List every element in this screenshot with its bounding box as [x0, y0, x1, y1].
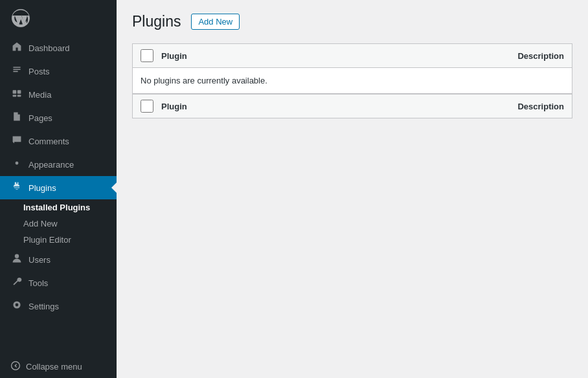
add-new-button[interactable]: Add New: [191, 14, 240, 30]
posts-icon: [10, 65, 23, 78]
sidebar-item-dashboard[interactable]: Dashboard: [0, 36, 117, 60]
sidebar-item-label: Plugins: [28, 183, 56, 193]
collapse-menu-label: Collapse menu: [26, 362, 82, 372]
table-header-row: Plugin Description: [133, 44, 572, 68]
sidebar-item-media[interactable]: Media: [0, 83, 117, 106]
svg-point-5: [15, 254, 19, 258]
sidebar-item-label: Media: [28, 90, 51, 100]
sidebar-item-posts[interactable]: Posts: [0, 60, 117, 83]
sidebar-item-settings[interactable]: Settings: [0, 295, 117, 318]
sidebar-item-plugins[interactable]: Plugins: [0, 176, 117, 199]
submenu-installed-plugins[interactable]: Installed Plugins: [0, 199, 117, 216]
col-description-footer: Description: [473, 102, 564, 111]
col-plugin-footer: Plugin: [161, 102, 473, 111]
media-icon: [10, 88, 23, 101]
sidebar-item-tools[interactable]: Tools: [0, 271, 117, 295]
empty-message-text: No plugins are currently available.: [141, 76, 267, 85]
collapse-menu-button[interactable]: Collapse menu: [0, 355, 117, 378]
appearance-icon: [10, 158, 23, 171]
sidebar-spacer: [0, 318, 117, 355]
submenu-add-new[interactable]: Add New: [0, 216, 117, 232]
svg-rect-2: [13, 94, 17, 96]
sidebar-item-comments[interactable]: Comments: [0, 129, 117, 153]
plugins-submenu: Installed Plugins Add New Plugin Editor: [0, 199, 117, 248]
plugins-icon: [10, 181, 23, 194]
svg-rect-0: [13, 90, 17, 94]
sidebar-item-users[interactable]: Users: [0, 248, 117, 271]
main-content: Plugins Add New Plugin Description No pl…: [117, 0, 588, 378]
submenu-plugin-editor[interactable]: Plugin Editor: [0, 232, 117, 248]
sidebar-item-label: Dashboard: [28, 43, 70, 53]
col-description-header: Description: [473, 51, 564, 61]
page-header: Plugins Add New: [132, 13, 572, 30]
sidebar-item-appearance[interactable]: Appearance: [0, 153, 117, 176]
plugins-table: Plugin Description No plugins are curren…: [132, 43, 572, 118]
sidebar-item-label: Settings: [28, 302, 59, 311]
sidebar-item-label: Pages: [28, 113, 52, 123]
empty-message-row: No plugins are currently available.: [133, 68, 572, 94]
tools-icon: [10, 276, 23, 289]
svg-rect-3: [17, 94, 21, 96]
svg-rect-1: [17, 90, 21, 94]
col-plugin-header: Plugin: [161, 51, 473, 61]
sidebar-item-label: Tools: [28, 278, 48, 288]
sidebar-item-label: Posts: [28, 67, 50, 76]
pages-icon: [10, 111, 23, 124]
select-all-checkbox-top[interactable]: [141, 49, 153, 62]
select-all-checkbox-bottom[interactable]: [141, 100, 153, 113]
users-icon: [10, 253, 23, 266]
wp-logo-area: [0, 0, 117, 36]
page-title: Plugins: [132, 13, 181, 30]
sidebar-item-label: Appearance: [28, 160, 74, 170]
sidebar-item-pages[interactable]: Pages: [0, 106, 117, 129]
svg-point-4: [16, 162, 19, 165]
dashboard-icon: [10, 41, 23, 54]
wordpress-logo-icon: [10, 8, 31, 28]
sidebar-item-label: Comments: [28, 137, 69, 146]
comments-icon: [10, 135, 23, 148]
sidebar-item-label: Users: [28, 255, 51, 265]
sidebar: Dashboard Posts Media Pages Comments App…: [0, 0, 117, 378]
table-footer-row: Plugin Description: [133, 94, 572, 118]
collapse-icon: [10, 361, 21, 373]
settings-icon: [10, 300, 23, 313]
